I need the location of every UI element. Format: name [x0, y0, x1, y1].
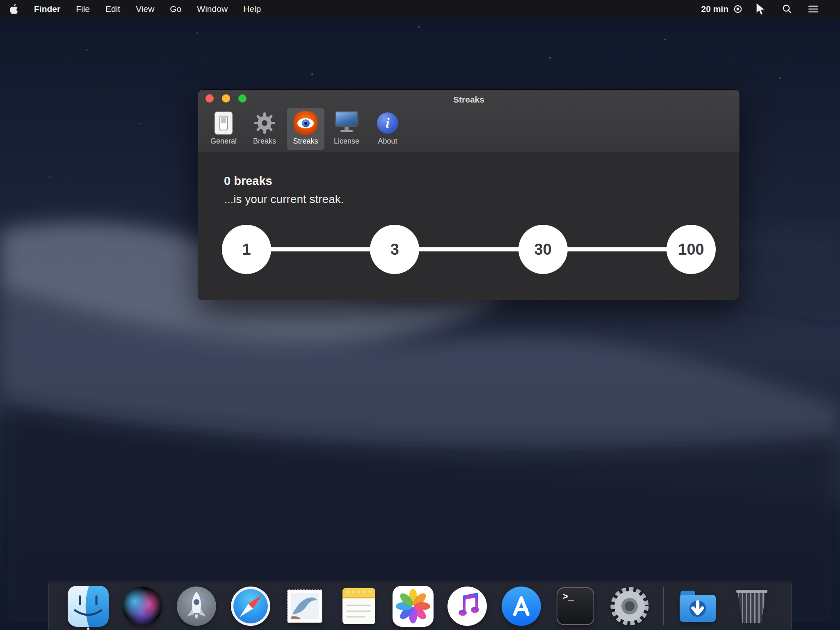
menu-help[interactable]: Help: [235, 0, 269, 18]
tab-breaks[interactable]: Breaks: [246, 108, 283, 150]
menu-file[interactable]: File: [68, 0, 98, 18]
dock-notes[interactable]: [338, 586, 379, 627]
info-glyph: i: [386, 115, 389, 131]
milestone-3: 3: [370, 225, 419, 274]
compass-icon: [230, 586, 271, 627]
desktop: Finder File Edit View Go Window Help 20 …: [0, 0, 840, 630]
trash-basket-icon: [731, 586, 772, 627]
preferences-toolbar: General: [205, 108, 406, 150]
photos-flower-icon: [393, 586, 434, 627]
tab-about[interactable]: i About: [369, 108, 406, 150]
stamp-icon: [284, 586, 325, 627]
download-arrow-icon: [689, 600, 706, 617]
window-title: Streaks: [198, 95, 740, 105]
streak-count: 0 breaks: [224, 174, 740, 188]
dock-siri[interactable]: [122, 586, 163, 627]
dock-separator: [663, 587, 664, 625]
eye-status-icon: [733, 5, 742, 14]
tab-streaks-label: Streaks: [293, 137, 318, 146]
display-icon: [335, 111, 358, 135]
tab-general-label: General: [210, 137, 237, 146]
rocket-icon: [176, 586, 217, 627]
info-icon: i: [377, 112, 398, 134]
tab-license-label: License: [334, 137, 359, 146]
eye-icon: [294, 111, 317, 135]
dock: >_: [48, 582, 792, 630]
tab-about-label: About: [378, 137, 397, 146]
menu-edit[interactable]: Edit: [98, 0, 128, 18]
tab-license[interactable]: License: [328, 108, 365, 150]
running-indicator: [87, 628, 89, 630]
menu-view[interactable]: View: [128, 0, 162, 18]
dock-downloads[interactable]: [677, 586, 718, 627]
break-timer-status[interactable]: 20 min: [701, 4, 742, 14]
milestone-30: 30: [518, 225, 568, 274]
finder-icon: [68, 586, 109, 627]
menu-bar: Finder File Edit View Go Window Help 20 …: [0, 0, 840, 18]
window-titlebar[interactable]: Streaks General: [198, 90, 740, 152]
menu-go[interactable]: Go: [162, 0, 189, 18]
milestone-100: 100: [667, 225, 716, 274]
tab-streaks[interactable]: Streaks: [287, 108, 324, 150]
menu-window[interactable]: Window: [189, 0, 235, 18]
mouse-cursor: [755, 2, 766, 16]
dock-system-preferences[interactable]: [609, 586, 650, 627]
spotlight-icon[interactable]: [782, 4, 792, 14]
dock-mail[interactable]: [284, 586, 325, 627]
milestone-connector: [270, 247, 371, 251]
streaks-panel: 0 breaks ...is your current streak. 1 3 …: [198, 152, 740, 274]
menu-finder[interactable]: Finder: [26, 0, 68, 18]
apple-menu[interactable]: [0, 0, 26, 18]
break-timer-label: 20 min: [701, 4, 728, 14]
streaks-window: Streaks General: [198, 90, 740, 300]
dock-photos[interactable]: [393, 586, 434, 627]
dock-safari[interactable]: [230, 586, 271, 627]
gear-icon: [253, 112, 276, 135]
milestone-1: 1: [222, 225, 271, 274]
switch-icon: [215, 112, 233, 135]
terminal-prompt-glyph: >_: [562, 591, 574, 603]
terminal-icon: >_: [557, 587, 594, 625]
streak-caption: ...is your current streak.: [224, 193, 740, 206]
siri-icon: [123, 587, 162, 626]
music-note-icon: [447, 586, 488, 627]
apple-icon: [9, 4, 18, 14]
milestone-connector: [566, 247, 668, 251]
notes-icon: [338, 586, 379, 627]
app-store-icon: [501, 586, 542, 627]
dock-trash[interactable]: [731, 586, 772, 627]
dock-finder[interactable]: [68, 586, 109, 627]
system-preferences-gear-icon: [609, 586, 650, 627]
dock-music[interactable]: [447, 586, 488, 627]
tab-breaks-label: Breaks: [253, 137, 276, 146]
dock-terminal[interactable]: >_: [555, 586, 596, 627]
milestone-track: 1 3 30 100: [222, 225, 716, 274]
tab-general[interactable]: General: [205, 108, 242, 150]
notification-center-icon[interactable]: [808, 5, 819, 14]
dock-app-store[interactable]: [501, 586, 542, 627]
downloads-folder-icon: [677, 586, 718, 627]
dock-launchpad[interactable]: [176, 586, 217, 627]
milestone-connector: [418, 247, 519, 251]
